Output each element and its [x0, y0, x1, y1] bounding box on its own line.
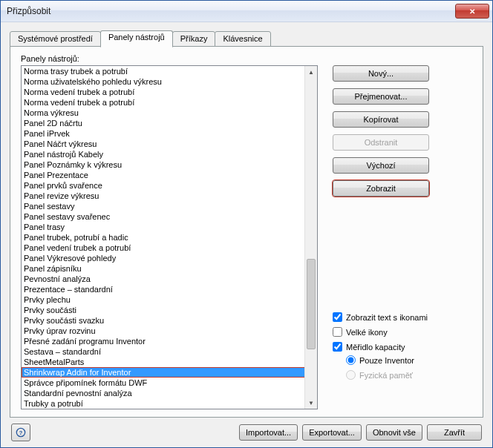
- copy-button[interactable]: Kopírovat: [333, 111, 429, 128]
- check-large-icons[interactable]: Velké ikony: [333, 327, 472, 337]
- list-item[interactable]: Panel Poznámky k výkresu: [22, 159, 305, 170]
- tab-system-env[interactable]: Systémové prostředí: [10, 31, 101, 47]
- help-button[interactable]: ?: [11, 424, 30, 441]
- list-item[interactable]: Norma vedení trubek a potrubí: [22, 97, 305, 108]
- tab-panel: Panely nástrojů: Norma trasy trubek a po…: [10, 46, 483, 418]
- list-item[interactable]: Prvky součásti: [22, 305, 305, 315]
- list-item[interactable]: Panel revize výkresu: [22, 191, 305, 201]
- list-item[interactable]: Prezentace – standardní: [22, 284, 305, 294]
- list-wrap: Norma trasy trubek a potrubíNorma uživat…: [21, 65, 318, 409]
- import-button[interactable]: Importovat...: [239, 424, 298, 441]
- radio-input-physical: [346, 370, 356, 380]
- titlebar[interactable]: Přizpůsobit: [1, 1, 492, 22]
- help-icon: ?: [16, 427, 26, 438]
- list-item[interactable]: Panel Náčrt výkresu: [22, 139, 305, 149]
- list-item[interactable]: Přesné zadání programu Inventor: [22, 336, 305, 346]
- list-item[interactable]: Prvky součásti svazku: [22, 315, 305, 326]
- tab-commands[interactable]: Příkazy: [172, 31, 216, 47]
- radio-group: Pouze Inventor Fyzická paměť: [333, 355, 472, 380]
- checkbox-large-icons[interactable]: [333, 327, 342, 337]
- list-item[interactable]: Panel Prezentace: [22, 170, 305, 180]
- checkbox-text-icons[interactable]: [333, 312, 342, 322]
- list-item[interactable]: Panel sestavy svařenec: [22, 211, 305, 222]
- list-item[interactable]: Panel vedení trubek a potrubí: [22, 243, 305, 253]
- scroll-thumb[interactable]: [307, 259, 316, 349]
- list-item[interactable]: Panel trasy: [22, 222, 305, 232]
- tab-keyboard[interactable]: Klávesnice: [215, 31, 270, 47]
- checkbox-capacity-gauge[interactable]: [333, 342, 342, 352]
- list-item[interactable]: Shrinkwrap Addin for Inventor: [22, 367, 305, 378]
- scroll-up-icon[interactable]: ▲: [305, 66, 317, 78]
- list-item[interactable]: Norma výkresu: [22, 108, 305, 118]
- list-item[interactable]: Standardní pevnostní analýza: [22, 388, 305, 398]
- radio-label: Pouze Inventor: [359, 356, 414, 365]
- show-button[interactable]: Zobrazit: [333, 180, 429, 197]
- checkbox-label: Velké ikony: [346, 328, 388, 337]
- tab-strip: Systémové prostředí Panely nástrojů Přík…: [10, 30, 483, 47]
- close-button[interactable]: Zavřít: [427, 424, 482, 441]
- default-button[interactable]: Výchozí: [333, 157, 429, 174]
- scroll-down-icon[interactable]: ▼: [305, 397, 317, 409]
- svg-text:?: ?: [19, 429, 23, 436]
- list-item[interactable]: Panel iPrvek: [22, 128, 305, 139]
- list-item[interactable]: Trubky a potrubí: [22, 398, 305, 409]
- list-item[interactable]: Panel Výkresové pohledy: [22, 253, 305, 263]
- refresh-all-button[interactable]: Obnovit vše: [366, 424, 422, 441]
- check-text-with-icons[interactable]: Zobrazit text s ikonami: [333, 312, 472, 322]
- list-item[interactable]: Správce připomínek formátu DWF: [22, 378, 305, 388]
- radio-physical-memory: Fyzická paměť: [346, 370, 472, 380]
- list-item[interactable]: Panel trubek, potrubí a hadic: [22, 232, 305, 243]
- radio-inventor-only[interactable]: Pouze Inventor: [346, 355, 472, 365]
- window-title: Přizpůsobit: [7, 6, 455, 16]
- footer: ? Importovat... Exportovat... Obnovit vš…: [10, 418, 483, 443]
- toolbars-listbox[interactable]: Norma trasy trubek a potrubíNorma uživat…: [21, 65, 318, 409]
- export-button[interactable]: Exportovat...: [302, 424, 362, 441]
- list-item[interactable]: Prvky úprav rozvinu: [22, 326, 305, 336]
- rename-button[interactable]: Přejmenovat...: [333, 88, 429, 105]
- toolbars-label: Panely nástrojů:: [21, 54, 472, 63]
- checkbox-label: Zobrazit text s ikonami: [346, 313, 428, 322]
- dialog-body: Systémové prostředí Panely nástrojů Přík…: [1, 22, 492, 447]
- list-item[interactable]: Pevnostní analýza: [22, 274, 305, 284]
- customize-dialog: Přizpůsobit Systémové prostředí Panely n…: [0, 0, 493, 448]
- tab-toolbars[interactable]: Panely nástrojů: [100, 30, 173, 47]
- list-item[interactable]: Panel sestavy: [22, 201, 305, 211]
- scrollbar[interactable]: ▲ ▼: [304, 66, 317, 409]
- radio-label: Fyzická paměť: [359, 371, 413, 380]
- delete-button: Odstranit: [333, 134, 429, 151]
- checkbox-label: Měřidlo kapacity: [346, 343, 405, 352]
- list-item[interactable]: Panel zápisníku: [22, 263, 305, 274]
- right-column: Nový... Přejmenovat... Kopírovat Odstran…: [333, 65, 472, 409]
- list-item[interactable]: Norma vedení trubek a potrubí: [22, 87, 305, 97]
- list-item[interactable]: Prvky plechu: [22, 294, 305, 305]
- new-button[interactable]: Nový...: [333, 65, 429, 82]
- list-item[interactable]: SheetMetalParts: [22, 357, 305, 367]
- list-item[interactable]: Norma trasy trubek a potrubí: [22, 66, 305, 76]
- list-item[interactable]: Panel nástrojů Kabely: [22, 149, 305, 159]
- main-area: Norma trasy trubek a potrubíNorma uživat…: [21, 65, 472, 409]
- list-item[interactable]: Panel 2D náčrtu: [22, 118, 305, 128]
- close-icon[interactable]: [455, 4, 489, 19]
- list-item[interactable]: Norma uživatelského pohledu výkresu: [22, 76, 305, 87]
- list-item[interactable]: Panel prvků svařence: [22, 180, 305, 191]
- list-item[interactable]: Sestava – standardní: [22, 346, 305, 357]
- check-capacity-gauge[interactable]: Měřidlo kapacity: [333, 342, 472, 352]
- options-group: Zobrazit text s ikonami Velké ikony Měři…: [333, 312, 472, 380]
- radio-input-inventor[interactable]: [346, 355, 356, 365]
